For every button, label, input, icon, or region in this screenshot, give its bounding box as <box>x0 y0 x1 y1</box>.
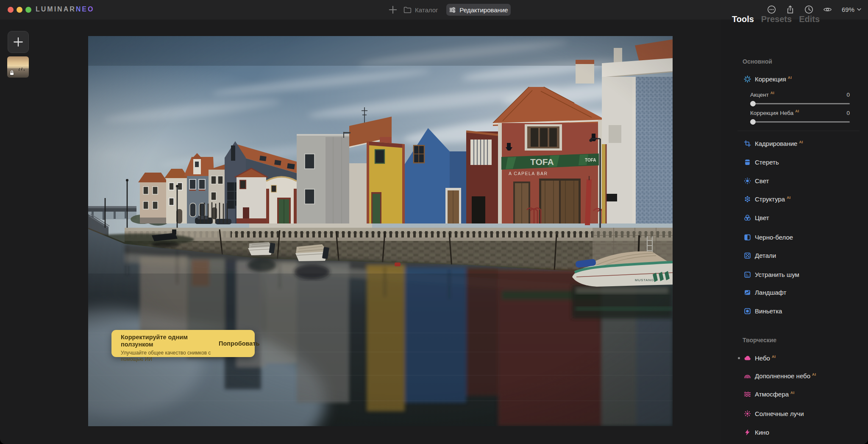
tooltip-body: Улучшайте общее качество снимков с помощ… <box>121 350 212 363</box>
tool-black-white[interactable]: Черно-белое <box>744 232 795 242</box>
add-photos-button[interactable] <box>8 31 29 53</box>
fullscreen-window-button[interactable] <box>25 7 31 13</box>
tab-tools[interactable]: Tools <box>732 14 754 24</box>
folder-icon <box>403 6 412 14</box>
tooltip-title: Корректируйте одним ползунком <box>121 334 212 349</box>
sky-correction-slider-value: 0 <box>846 110 850 116</box>
zoom-level-dropdown[interactable]: 69% <box>842 6 861 13</box>
tool-light[interactable]: Свет <box>744 176 771 185</box>
tab-edits[interactable]: Edits <box>799 14 820 24</box>
tool-sky[interactable]: НебоAI <box>744 353 776 363</box>
accent-slider-value: 0 <box>846 92 850 98</box>
chevron-down-icon <box>857 8 861 11</box>
edit-sidebar: Tools Presets Edits Основной КоррекцияAI… <box>721 20 868 444</box>
sky-correction-slider: Коррекция НебаAI 0 <box>750 109 850 125</box>
dots-cluster-icon <box>744 195 751 203</box>
ai-badge: AI <box>812 372 816 377</box>
corrections-sparkle-icon <box>744 75 751 83</box>
ai-badge: AI <box>795 109 799 113</box>
tab-editing[interactable]: Редактирование <box>446 4 511 16</box>
sunrays-icon <box>744 410 751 417</box>
eraser-icon <box>744 159 751 166</box>
tool-details[interactable]: Детали <box>744 251 778 260</box>
ai-badge: AI <box>799 140 803 144</box>
section-basic-title: Основной <box>743 58 772 65</box>
cloud-icon <box>744 355 751 362</box>
accent-slider-knob[interactable] <box>750 101 756 106</box>
close-window-button[interactable] <box>8 7 14 13</box>
logo-text-accent: NEO <box>76 6 95 13</box>
photo-thumbnail[interactable] <box>7 56 29 78</box>
tool-crop[interactable]: КадрированиеAI <box>744 139 803 148</box>
tool-atmosphere[interactable]: АтмосфераAI <box>744 389 795 399</box>
section-creative-title: Творческие <box>743 337 776 343</box>
canal-houses-photo: TOFA TOFA A CAPELA BAR <box>88 36 673 426</box>
try-button[interactable]: Попробовать <box>216 330 258 357</box>
add-tab-button[interactable] <box>388 5 398 14</box>
compare-eye-icon[interactable] <box>823 5 832 14</box>
tab-catalog-label: Каталог <box>415 6 438 14</box>
filmstrip <box>0 20 36 444</box>
tool-color[interactable]: Цвет <box>744 213 771 222</box>
sun-icon <box>744 177 751 184</box>
sidebar-tabs: Tools Presets Edits <box>732 14 820 24</box>
window-controls <box>8 7 31 13</box>
landscape-image-icon <box>744 289 751 296</box>
tool-cinema[interactable]: Кино <box>744 427 771 437</box>
crop-icon <box>744 140 751 147</box>
zoom-level-value: 69% <box>842 6 854 13</box>
ai-badge: AI <box>788 75 792 80</box>
tool-landscape[interactable]: Ландшафт <box>744 288 788 297</box>
rainbow-icon <box>744 372 751 380</box>
luminar-neo-window: LUMINARNEO Каталог Редактирование 69% <box>0 0 868 444</box>
topbar-actions: 69% <box>767 5 861 14</box>
panel-separator <box>737 131 860 131</box>
ai-badge: AI <box>771 91 775 95</box>
plus-icon <box>13 36 24 47</box>
color-circles-icon <box>744 214 751 221</box>
plus-icon <box>388 5 398 14</box>
enhance-tooltip: Корректируйте одним ползунком Улучшайте … <box>111 330 255 357</box>
ai-badge: AI <box>787 195 791 200</box>
more-options-icon[interactable] <box>767 5 776 14</box>
sky-correction-slider-label: Коррекция НебаAI <box>750 109 799 116</box>
logo-text-primary: LUMINAR <box>36 6 76 13</box>
tool-augmented-sky[interactable]: Дополненное небоAI <box>744 371 816 380</box>
half-square-icon <box>744 234 751 241</box>
tab-editing-label: Редактирование <box>459 6 508 14</box>
lock-icon <box>9 70 15 76</box>
lightning-icon <box>744 429 751 436</box>
app-logo: LUMINARNEO <box>36 6 94 13</box>
tool-corrections-label: КоррекцияAI <box>755 75 792 83</box>
tooltip-text: Корректируйте одним ползунком Улучшайте … <box>111 330 216 357</box>
tool-structure[interactable]: СтруктураAI <box>744 194 791 204</box>
tool-erase[interactable]: Стереть <box>744 157 781 167</box>
accent-slider-track[interactable] <box>750 101 850 106</box>
tool-corrections[interactable]: КоррекцияAI <box>744 74 792 84</box>
tool-sunrays[interactable]: Солнечные лучи <box>744 409 806 418</box>
waves-icon <box>744 391 751 398</box>
tool-vignette[interactable]: Виньетка <box>744 306 784 316</box>
sliders-icon <box>449 6 456 14</box>
vignette-icon <box>744 307 751 315</box>
share-icon[interactable] <box>786 5 795 14</box>
ai-badge: AI <box>772 355 776 359</box>
tab-presets[interactable]: Presets <box>761 14 792 24</box>
sky-correction-slider-knob[interactable] <box>750 119 756 125</box>
editor-canvas-image[interactable]: TOFA TOFA A CAPELA BAR <box>88 36 673 426</box>
checkerboard-icon <box>744 252 751 259</box>
tab-catalog[interactable]: Каталог <box>403 5 438 15</box>
noise-square-icon <box>744 271 751 278</box>
ai-badge: AI <box>790 391 795 395</box>
sky-correction-slider-track[interactable] <box>750 119 850 125</box>
history-icon[interactable] <box>804 5 813 14</box>
minimize-window-button[interactable] <box>17 7 22 13</box>
tool-denoise[interactable]: Устранить шум <box>744 270 801 279</box>
accent-slider: АкцентAI 0 <box>750 91 850 106</box>
edited-indicator-dot <box>738 357 740 359</box>
accent-slider-label: АкцентAI <box>750 91 774 98</box>
